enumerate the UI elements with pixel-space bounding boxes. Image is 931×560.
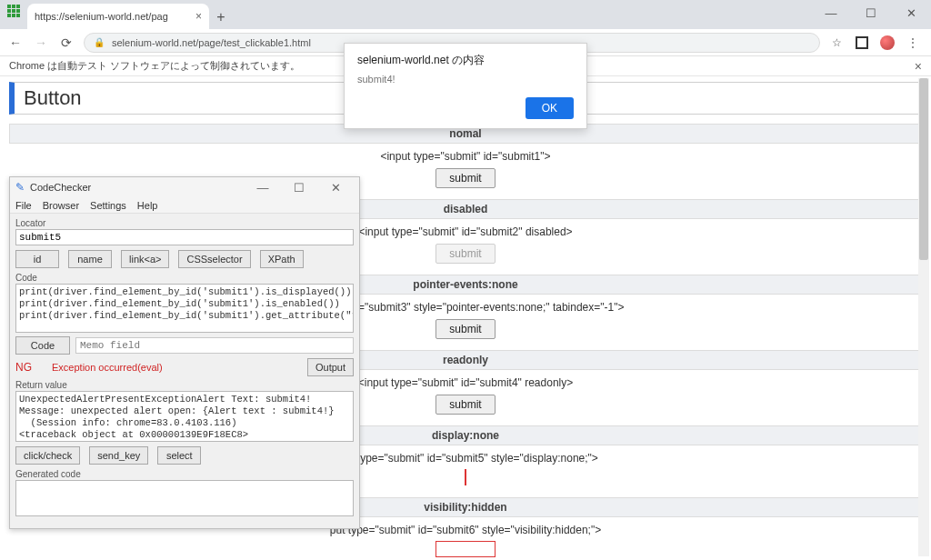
window-favicon bbox=[7, 5, 20, 17]
profile-avatar-icon[interactable] bbox=[880, 35, 895, 50]
forward-button[interactable]: → bbox=[33, 35, 49, 50]
cc-xpath-button[interactable]: XPath bbox=[260, 250, 304, 268]
bookmark-star-icon[interactable]: ☆ bbox=[829, 35, 844, 50]
back-button[interactable]: ← bbox=[7, 35, 24, 50]
browser-tab[interactable]: https://selenium-world.net/pag × bbox=[27, 4, 209, 29]
cc-menu-settings[interactable]: Settings bbox=[90, 200, 126, 211]
cc-id-button[interactable]: id bbox=[15, 250, 59, 268]
submit4-button[interactable]: submit bbox=[435, 395, 495, 415]
cc-generated-textarea[interactable] bbox=[15, 480, 354, 516]
submit5-hidden-marker bbox=[465, 469, 466, 485]
cc-minimize-icon[interactable]: — bbox=[245, 181, 281, 195]
tab-close-icon[interactable]: × bbox=[195, 10, 202, 23]
cc-css-button[interactable]: CSSselector bbox=[178, 250, 250, 268]
cc-menu-help[interactable]: Help bbox=[137, 200, 158, 211]
alert-title: selenium-world.net の内容 bbox=[357, 53, 574, 68]
code-normal: <input type="submit" id="submit1"> bbox=[9, 147, 922, 165]
cc-linka-button[interactable]: link<a> bbox=[121, 250, 169, 268]
window-minimize-icon[interactable]: — bbox=[811, 0, 851, 25]
alert-ok-button[interactable]: OK bbox=[526, 97, 574, 119]
cc-name-button[interactable]: name bbox=[68, 250, 112, 268]
cc-locator-input[interactable] bbox=[15, 229, 354, 245]
cc-close-icon[interactable]: ✕ bbox=[317, 181, 354, 195]
cc-select-button[interactable]: select bbox=[157, 446, 201, 465]
submit2-button: submit bbox=[435, 244, 495, 264]
alert-message: submit4! bbox=[357, 74, 574, 85]
extension-icon[interactable] bbox=[855, 35, 869, 50]
cc-title-text: CodeChecker bbox=[30, 182, 91, 193]
window-maximize-icon[interactable]: ☐ bbox=[851, 0, 891, 25]
submit1-button[interactable]: submit bbox=[435, 168, 495, 188]
cc-sendkey-button[interactable]: send_key bbox=[89, 446, 148, 465]
cc-output-button[interactable]: Output bbox=[307, 358, 354, 376]
cc-exception-text: Exception occurred(eval) bbox=[52, 362, 163, 373]
cc-locator-label: Locator bbox=[15, 218, 354, 228]
cc-app-icon: ✎ bbox=[15, 181, 25, 194]
tab-title: https://selenium-world.net/pag bbox=[35, 11, 168, 22]
window-controls: — ☐ ✕ bbox=[811, 0, 931, 25]
cc-generated-label: Generated code bbox=[15, 469, 354, 479]
infobar-text: Chrome は自動テスト ソフトウェアによって制御されています。 bbox=[9, 59, 300, 73]
cc-code-label: Code bbox=[15, 273, 354, 283]
reload-button[interactable]: ⟳ bbox=[58, 35, 75, 50]
codechecker-window: ✎ CodeChecker — ☐ ✕ File Browser Setting… bbox=[9, 176, 360, 529]
infobar-close-icon[interactable]: × bbox=[915, 59, 922, 74]
cc-menu-browser[interactable]: Browser bbox=[43, 200, 79, 211]
cc-maximize-icon[interactable]: ☐ bbox=[281, 181, 317, 195]
new-tab-button[interactable]: + bbox=[209, 5, 233, 29]
url-text: selenium-world.net/page/test_clickable1.… bbox=[112, 37, 311, 48]
cc-titlebar[interactable]: ✎ CodeChecker — ☐ ✕ bbox=[10, 177, 359, 197]
cc-return-label: Return value bbox=[15, 380, 354, 390]
cc-click-button[interactable]: click/check bbox=[15, 446, 80, 465]
cc-menu-file[interactable]: File bbox=[15, 200, 32, 211]
page-scrollbar[interactable] bbox=[918, 78, 929, 556]
chrome-menu-icon[interactable]: ⋮ bbox=[906, 35, 920, 50]
cc-memo-input[interactable] bbox=[75, 337, 354, 354]
submit6-hidden-marker bbox=[435, 541, 496, 557]
cc-return-textarea[interactable]: UnexpectedAlertPresentExceptionAlert Tex… bbox=[15, 391, 354, 442]
cc-menubar: File Browser Settings Help bbox=[10, 197, 359, 214]
submit3-button: submit bbox=[435, 319, 495, 339]
cc-ng-status: NG bbox=[15, 361, 46, 374]
cc-run-code-button[interactable]: Code bbox=[15, 336, 70, 355]
lock-icon: 🔒 bbox=[94, 37, 105, 47]
browser-tabstrip: https://selenium-world.net/pag × + — ☐ ✕ bbox=[0, 0, 931, 29]
window-close-icon[interactable]: ✕ bbox=[891, 0, 931, 25]
scrollbar-thumb[interactable] bbox=[919, 78, 928, 260]
cc-code-textarea[interactable]: print(driver.find_element_by_id('submit1… bbox=[15, 284, 354, 333]
js-alert-dialog: selenium-world.net の内容 submit4! OK bbox=[344, 43, 587, 129]
